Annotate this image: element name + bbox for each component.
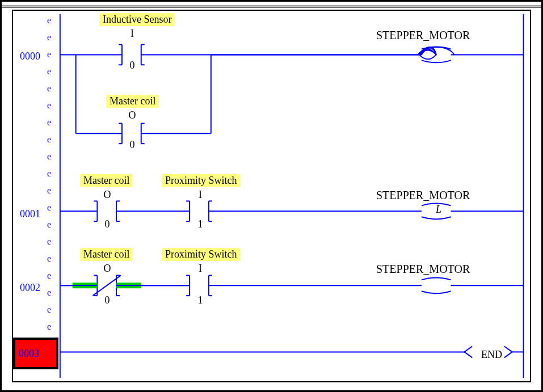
diagram-inner-border: 0000 0001 0002 e e e e e e e e e e e e e… — [12, 10, 531, 382]
window-frame: 0000 0001 0002 e e e e e e e e e e e e e… — [0, 0, 543, 392]
ladder-diagram-svg — [13, 11, 530, 381]
titlebar-strip — [2, 5, 541, 8]
